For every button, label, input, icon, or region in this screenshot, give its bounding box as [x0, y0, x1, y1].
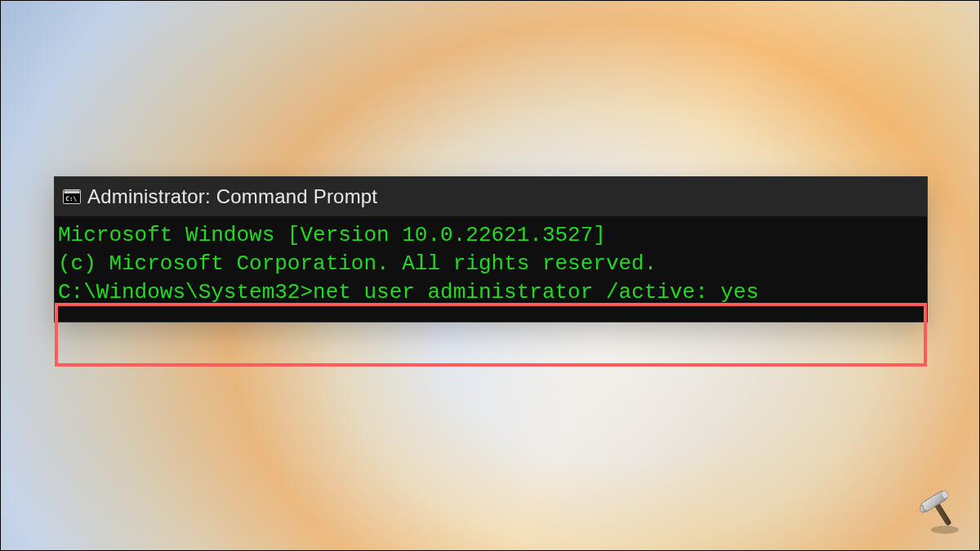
- terminal-command: net user administrator /active: yes: [313, 280, 759, 304]
- command-prompt-window[interactable]: C:\ Administrator: Command Prompt Micros…: [54, 176, 928, 322]
- window-title: Administrator: Command Prompt: [87, 185, 377, 208]
- window-titlebar[interactable]: C:\ Administrator: Command Prompt: [55, 177, 927, 216]
- svg-text:C:\: C:\: [65, 195, 77, 202]
- desktop-background: C:\ Administrator: Command Prompt Micros…: [0, 0, 980, 551]
- svg-rect-4: [934, 502, 951, 526]
- svg-point-3: [931, 526, 959, 534]
- terminal-prompt-path: C:\Windows\System32>: [58, 280, 313, 304]
- svg-rect-1: [65, 191, 80, 194]
- terminal-body[interactable]: Microsoft Windows [Version 10.0.22621.35…: [55, 216, 927, 322]
- highlight-rectangle: [55, 303, 927, 367]
- hammer-icon: [914, 485, 966, 537]
- terminal-version-line: Microsoft Windows [Version 10.0.22621.35…: [55, 221, 927, 250]
- terminal-copyright-line: (c) Microsoft Corporation. All rights re…: [55, 250, 927, 278]
- terminal-prompt-line[interactable]: C:\Windows\System32>net user administrat…: [55, 278, 927, 307]
- cmd-icon: C:\: [63, 189, 81, 204]
